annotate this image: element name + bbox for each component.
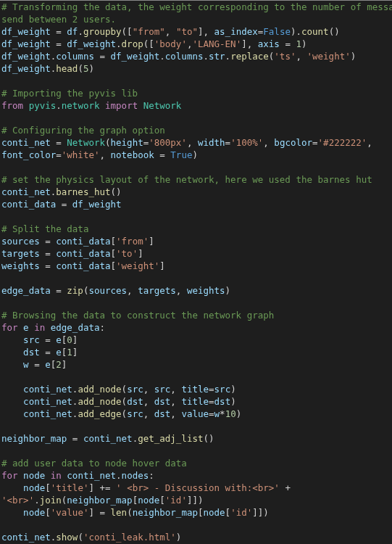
comment-line: # Split the data — [1, 223, 88, 234]
comment-line: send between 2 users. — [1, 14, 116, 25]
comment-line: # Transforming the data, the weight corr… — [1, 1, 392, 12]
comment-line: # add user data to node hover data — [1, 458, 187, 469]
code-block: # Transforming the data, the weight corr… — [0, 0, 392, 543]
comment-line: # Browsing the data to construct the net… — [1, 310, 274, 321]
comment-line: # Configuring the graph option — [1, 125, 165, 136]
comment-line: # set the physics layout of the network,… — [1, 174, 372, 185]
comment-line: # Importing the pyvis lib — [1, 88, 138, 99]
